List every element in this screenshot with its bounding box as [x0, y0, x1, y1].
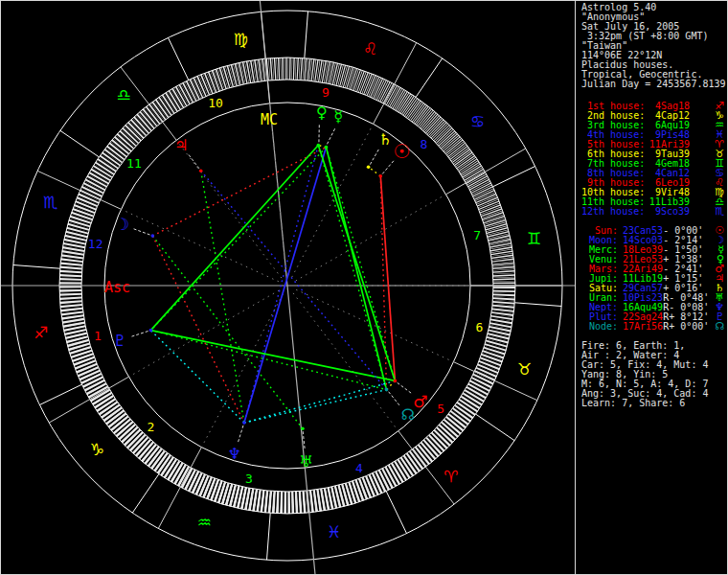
house-number-5: 5: [437, 402, 444, 416]
scorpio-sign-icon: ♏: [715, 206, 724, 218]
app-title: Astrolog 5.40: [576, 3, 728, 12]
planet-pointer-line: [189, 155, 199, 169]
node-planet-glyph-icon: ☊: [401, 405, 415, 424]
conjunction-aspect-line: [369, 167, 381, 176]
house-number-6: 6: [475, 320, 483, 334]
gemini-sign-glyph-icon: ♊: [527, 229, 541, 248]
planet-position-value: 17Ari56R: [623, 322, 669, 332]
chart-time: 3:32pm (ST +8:00 GMT): [576, 32, 728, 41]
house-number-9: 9: [322, 85, 330, 100]
stats-modes: Car: 5, Fix: 4, Mut: 4: [576, 360, 728, 370]
pluto-position-dot: [149, 329, 153, 333]
house-cusp-spoke-dotted: [128, 290, 279, 377]
sign-boundary-line: [493, 167, 535, 187]
saturn-position-dot: [367, 165, 371, 169]
planet-pointer-line: [398, 382, 412, 393]
mars-position-dot: [394, 380, 398, 383]
libra-sign-glyph-icon: ♎: [117, 85, 131, 104]
planet-pointer-line: [134, 229, 150, 235]
asc-angle-label: Asc: [104, 279, 130, 296]
house-number-1: 1: [94, 329, 102, 343]
planet-label: Node:: [581, 322, 618, 332]
house-cusp-lines: [0, 0, 575, 575]
moon-position-dot: [151, 234, 155, 238]
trine-aspect-line: [327, 148, 387, 390]
trine-aspect-line: [318, 146, 395, 381]
stats-ang-suc-cad: Ang: 3, Suc: 4, Cad: 4: [576, 389, 728, 399]
house-number-12: 12: [88, 237, 103, 251]
trine-aspect-line: [318, 146, 386, 390]
element-stats: Fire: 6, Earth: 1, Air : 2, Water: 4 Car…: [576, 341, 728, 408]
sign-boundary-line: [514, 303, 561, 307]
planets-table: Sun:23Can53- 0°00'☉Moon:14Sco03- 2°14'☽M…: [576, 226, 728, 332]
house-number-4: 4: [355, 461, 363, 475]
stats-elements-1: Fire: 6, Earth: 1,: [576, 341, 728, 351]
sign-boundary-line: [132, 474, 159, 513]
sagittarius-sign-glyph-icon: ♐: [34, 323, 48, 342]
planet-pointer-line: [389, 392, 399, 405]
house-cusp-value: 9Sco39: [647, 207, 690, 217]
neptune-planet-glyph-icon: ♆: [228, 445, 241, 463]
opposition-aspect-line: [244, 148, 327, 424]
square-aspect-line: [380, 176, 395, 381]
node-position-dot: [385, 388, 389, 392]
trine-aspect-line: [201, 171, 244, 423]
leo-sign-glyph-icon: ♌: [363, 39, 377, 58]
planet-row: Node:17Ari56R+ 0°00'☊: [576, 322, 728, 332]
house-number-2: 2: [148, 420, 155, 434]
trine-aspect-line: [152, 236, 303, 428]
house-number-7: 7: [473, 228, 481, 242]
capricorn-sign-glyph-icon: ♑: [90, 440, 104, 459]
planet-pointer-line: [327, 128, 334, 144]
sextile-aspect-line: [244, 380, 396, 423]
stats-elements-2: Air : 2, Water: 4: [576, 351, 728, 360]
chart-coordinates: 114°06E 22°12N: [576, 51, 728, 60]
conjunction-aspect-line: [387, 380, 396, 389]
houses-table: 1st house:4Sag18♐ 2nd house:4Cap12♑ 3rd …: [576, 102, 728, 217]
chart-place: "Taiwan": [576, 41, 728, 51]
node-planet-icon: ☊: [715, 321, 724, 333]
mc-ic-axis-line: [248, 0, 327, 575]
stats-mnad: M: 6, N: 5, A: 4, D: 7: [576, 380, 728, 389]
planet-pointer-lines: [132, 125, 412, 448]
sign-boundary-line: [13, 265, 60, 269]
pisces-sign-glyph-icon: ♓: [327, 522, 341, 541]
stats-learn-share: Learn: 7, Share: 6: [576, 399, 728, 408]
sign-boundary-line: [39, 384, 81, 404]
zodiac-system: Tropical, Geocentric.: [576, 70, 728, 80]
trine-aspect-line: [150, 148, 326, 331]
sextile-aspect-line: [244, 390, 387, 424]
neptune-position-dot: [242, 421, 246, 425]
planet-pointer-line: [132, 332, 148, 337]
house-cusp-line: [262, 12, 270, 104]
planet-glyphs: ☉☽☿♀♂♃♄♅♆♇☊: [113, 104, 428, 471]
info-sidebar: Astrolog 5.40 "Anonymous" Sat July 16, 2…: [575, 0, 728, 575]
venus-position-dot: [317, 144, 321, 148]
sign-boundary-line: [305, 12, 308, 58]
sign-boundary-line: [169, 37, 189, 80]
aspect-lines: [150, 146, 395, 429]
sextile-aspect-line: [150, 331, 244, 424]
house-cusp-spoke-dotted: [296, 289, 454, 362]
planet-pointer-line: [370, 150, 378, 165]
house-cusp-spoke-dotted: [176, 140, 282, 278]
uranus-position-dot: [301, 426, 305, 430]
stats-yang-yin: Yang: 8, Yin: 5: [576, 370, 728, 380]
planet-pointer-line: [239, 426, 243, 442]
house-cusp-spoke-dotted: [296, 195, 446, 281]
house-system: Placidus houses.: [576, 60, 728, 70]
jupiter-planet-glyph-icon: ♃: [174, 136, 188, 154]
house-number-11: 11: [126, 156, 142, 171]
taurus-sign-glyph-icon: ♉: [517, 359, 532, 379]
house-cusp-spoke-dotted: [121, 209, 279, 281]
jupiter-position-dot: [199, 169, 203, 172]
house-cusp-line: [446, 149, 526, 195]
mars-planet-glyph-icon: ♂: [413, 392, 427, 411]
sign-boundary-line: [416, 58, 443, 98]
house-cusp-spoke-dotted: [201, 294, 283, 448]
saturn-planet-glyph-icon: ♄: [378, 130, 392, 149]
mercury-planet-glyph-icon: ☿: [333, 107, 343, 126]
planet-orb-value: + 0°00': [669, 322, 709, 332]
julian-day: Julian Day = 2453567.8139: [576, 80, 728, 89]
virgo-sign-glyph-icon: ♍: [234, 30, 248, 49]
